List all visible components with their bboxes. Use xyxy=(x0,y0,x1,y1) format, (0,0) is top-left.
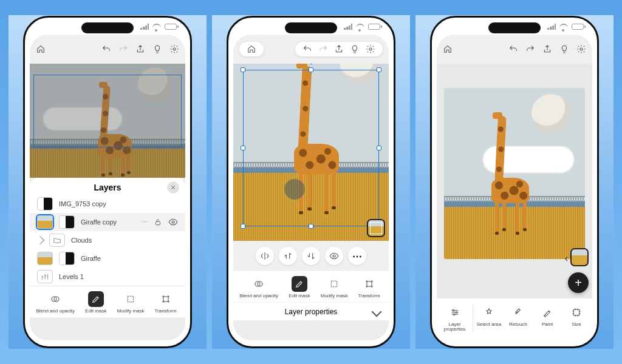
ideas-button[interactable] xyxy=(350,44,360,54)
ideas-button[interactable] xyxy=(152,44,162,54)
signal-icon xyxy=(344,24,352,30)
svg-point-14 xyxy=(453,309,454,311)
layer-thumbnail xyxy=(37,197,53,211)
layers-drawer-chevron[interactable]: ‹ xyxy=(565,253,568,264)
resize-handle-e[interactable] xyxy=(377,146,381,150)
share-button[interactable] xyxy=(135,44,145,54)
selection-frame[interactable] xyxy=(243,70,379,226)
svg-rect-11 xyxy=(332,281,337,286)
touch-indicator xyxy=(284,179,305,200)
settings-button[interactable] xyxy=(366,44,375,54)
layer-mask-thumbnail xyxy=(59,252,75,265)
quick-actions: ⋯ xyxy=(233,241,389,271)
top-toolbar xyxy=(437,35,592,64)
transform-tool[interactable]: Transform xyxy=(152,291,179,314)
close-button[interactable] xyxy=(167,181,179,194)
top-toolbar xyxy=(30,35,185,64)
showcase-tile-2: ⋯ Blend and opacity Edit mask Modify mas… xyxy=(212,15,410,349)
home-button[interactable] xyxy=(443,44,453,54)
undo-button[interactable] xyxy=(508,44,518,54)
rotate-handle[interactable] xyxy=(307,64,315,64)
signal-icon xyxy=(140,24,149,30)
device-notch xyxy=(81,22,134,33)
plus-icon: + xyxy=(575,276,582,290)
ideas-button[interactable] xyxy=(559,44,569,54)
tool-label: Edit mask xyxy=(289,294,310,298)
arrange-up-button[interactable] xyxy=(279,247,297,265)
showcase-tile-1: Layers IMG_9753 copy Giraffe copy ⋯ xyxy=(9,15,207,349)
arrange-down-button[interactable] xyxy=(302,247,320,265)
edit-mask-tool[interactable]: Edit mask xyxy=(286,276,313,298)
resize-handle-s[interactable] xyxy=(309,224,313,229)
modify-mask-tool[interactable]: Modify mask xyxy=(321,276,348,298)
add-button[interactable]: + xyxy=(568,272,589,293)
layer-name: Giraffe xyxy=(81,255,101,262)
flip-horizontal-button[interactable] xyxy=(256,247,274,265)
layers-panel-title: Layers xyxy=(94,183,121,192)
lock-icon[interactable] xyxy=(154,218,162,226)
share-button[interactable] xyxy=(334,44,344,54)
tool-label: Blend and opacity xyxy=(36,309,75,314)
tool-label: Retouch xyxy=(509,322,527,327)
svg-rect-1 xyxy=(156,221,160,224)
canvas[interactable] xyxy=(444,88,585,259)
home-button[interactable] xyxy=(36,44,46,54)
toolbar-divider xyxy=(473,305,473,332)
battery-icon xyxy=(165,24,177,30)
undo-button[interactable] xyxy=(302,44,312,54)
layer-row[interactable]: IMG_9753 copy xyxy=(30,197,185,213)
layer-thumbnail xyxy=(37,252,53,265)
svg-point-16 xyxy=(453,314,455,315)
more-button[interactable]: ⋯ xyxy=(141,218,148,226)
retouch-tool[interactable]: Retouch xyxy=(505,305,531,332)
layer-name: IMG_9753 copy xyxy=(59,200,106,207)
layer-property-tools: Blend and opacity Edit mask Modify mask … xyxy=(233,271,389,302)
share-button[interactable] xyxy=(542,44,552,54)
transform-tool[interactable]: Transform xyxy=(356,276,383,298)
layer-row-selected[interactable]: Giraffe copy ⋯ xyxy=(30,213,185,231)
canvas[interactable] xyxy=(30,64,185,178)
home-button[interactable] xyxy=(247,44,256,54)
active-layer-thumbnail[interactable] xyxy=(570,248,589,266)
settings-button[interactable] xyxy=(576,44,586,54)
modify-mask-tool[interactable]: Modify mask xyxy=(117,291,145,314)
svg-rect-17 xyxy=(573,309,579,315)
layer-row[interactable]: Levels 1 xyxy=(30,268,185,286)
selection-frame[interactable] xyxy=(33,75,182,147)
resize-handle-n[interactable] xyxy=(309,67,313,72)
svg-point-2 xyxy=(172,221,174,223)
svg-point-0 xyxy=(173,48,176,50)
layer-row[interactable]: Giraffe xyxy=(30,249,185,268)
expand-chevron-icon[interactable] xyxy=(36,236,44,244)
undo-button[interactable] xyxy=(101,44,111,54)
blend-tool[interactable]: Blend and opacity xyxy=(239,276,278,298)
more-button[interactable]: ⋯ xyxy=(348,247,366,265)
blend-tool[interactable]: Blend and opacity xyxy=(36,291,75,314)
resize-handle-sw[interactable] xyxy=(241,224,245,229)
active-layer-thumbnail[interactable] xyxy=(367,219,385,237)
device-notch xyxy=(488,22,541,33)
redo-button[interactable] xyxy=(525,44,535,54)
select-area-tool[interactable]: Select area xyxy=(476,305,502,332)
redo-button[interactable] xyxy=(118,44,128,54)
canvas[interactable] xyxy=(233,64,389,241)
layer-row[interactable]: Clouds xyxy=(30,231,185,249)
size-tool[interactable]: Size xyxy=(563,305,590,332)
visibility-button[interactable] xyxy=(325,247,343,265)
resize-handle-nw[interactable] xyxy=(241,67,245,72)
tool-label: Paint xyxy=(542,322,553,327)
svg-point-13 xyxy=(580,48,583,50)
edit-mask-tool[interactable]: Edit mask xyxy=(83,291,109,314)
visibility-icon[interactable] xyxy=(168,217,178,227)
resize-handle-ne[interactable] xyxy=(377,67,381,72)
redo-button[interactable] xyxy=(318,44,328,54)
settings-button[interactable] xyxy=(169,44,179,54)
device-notch xyxy=(285,22,337,33)
layer-properties-tool[interactable]: Layer properties xyxy=(439,305,470,332)
showcase-tile-3: ‹ + Layer properties Select area xyxy=(415,15,613,349)
tool-label: Transform xyxy=(154,309,176,314)
resize-handle-w[interactable] xyxy=(241,146,245,150)
layer-properties-bar[interactable]: Layer properties xyxy=(233,302,389,320)
paint-tool[interactable]: Paint xyxy=(534,305,561,332)
device-frame: ‹ + Layer properties Select area xyxy=(430,16,599,348)
